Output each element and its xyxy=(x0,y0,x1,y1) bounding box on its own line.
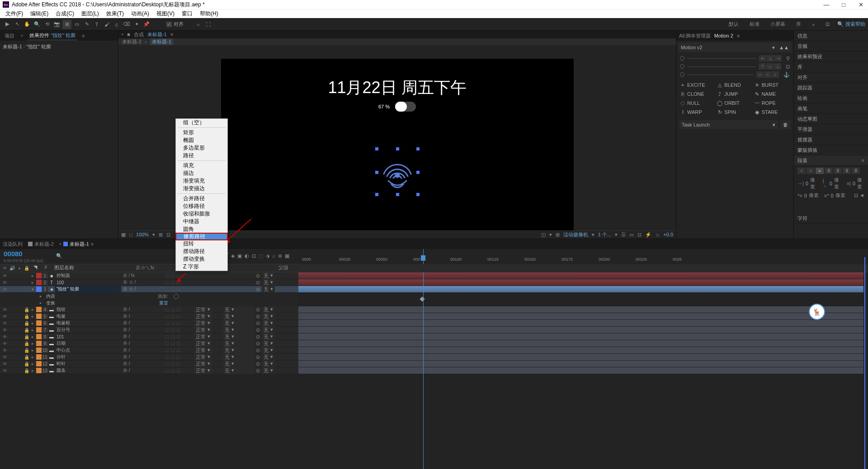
tab-comp2[interactable]: 未标题-2 xyxy=(28,241,54,248)
eraser-tool-icon[interactable]: ⌫ xyxy=(122,20,131,29)
comp-panel-menu-icon[interactable]: ≡ xyxy=(170,32,173,37)
menu-animation[interactable]: 动画(A) xyxy=(128,10,152,18)
align-center-icon[interactable]: ≡ xyxy=(807,168,815,174)
workspace-library[interactable]: 库 xyxy=(793,21,804,28)
justify-right-icon[interactable]: ≣ xyxy=(843,168,851,174)
workspace-small[interactable]: 小屏幕 xyxy=(768,21,788,28)
context-menu-item[interactable]: 修剪路径 xyxy=(175,233,228,240)
timeline-tracks[interactable] xyxy=(298,272,868,469)
panel-smoother[interactable]: 平滑器 xyxy=(794,124,868,135)
search-help[interactable]: 🔍 搜索帮助 xyxy=(837,21,865,28)
timeline-layer-row[interactable]: 👁🔒 ▸ 8 ▬ 101 弁 / □□□ 正常▾ 无▾ ⊙无▾ xyxy=(0,333,298,340)
tab-motion2[interactable]: Motion 2 xyxy=(714,33,733,38)
timeline-layer-row[interactable]: 👁🔒 ▸ 4 ▬ 指纹 弁 / □□□ 正常▾ 无▾ ⊙无▾ xyxy=(0,306,298,313)
timeline-layer-row[interactable]: 👁 ▸ 1 ■ 控制器 弁 / fx □□□ ⊙无▾ xyxy=(0,272,298,279)
motion-warp[interactable]: ⌇WARP xyxy=(679,108,716,117)
tl-icon[interactable]: ◈ xyxy=(231,253,235,259)
tab-effect-controls[interactable]: 效果控件 "指纹" 轮廓 xyxy=(28,31,77,40)
context-menu-item[interactable]: 圆角 xyxy=(176,225,227,233)
panel-library[interactable]: 库 xyxy=(794,62,868,72)
timeline-layer-row[interactable]: 👁 ▾ 3 ★ "指纹" 轮廓 弁 ☆ / □□□ ⊙无▾ xyxy=(0,286,298,293)
vf-mask-icon[interactable]: ▭ xyxy=(629,232,634,238)
tl-icon[interactable]: ⬚ xyxy=(259,253,263,259)
context-menu-item[interactable]: 摆动变换 xyxy=(176,255,227,263)
motion-null[interactable]: ◌NULL xyxy=(679,98,716,108)
tl-icon[interactable]: ⬗ xyxy=(266,253,269,259)
snap-opt-icon[interactable]: ⟐ xyxy=(193,20,203,29)
menu-layer[interactable]: 图层(L) xyxy=(79,10,102,18)
vf-3d-icon[interactable]: ⊞ xyxy=(556,232,560,238)
tl-icon[interactable]: ◐ xyxy=(245,253,249,259)
trash-icon[interactable]: 🗑 xyxy=(780,120,791,129)
anchor-down-icon[interactable]: ⚓ xyxy=(783,72,790,78)
timeline-layer-row[interactable]: 👁🔒 ▸ 11 ▬ 分针 弁 / □□□ 正常▾ 无▾ ⊙无▾ xyxy=(0,354,298,361)
panel-mask-interp[interactable]: 蒙版插值 xyxy=(794,145,868,155)
zoom-value[interactable]: 100% xyxy=(136,232,149,237)
motion-rope[interactable]: 〰ROPE xyxy=(754,98,791,108)
hand-tool-icon[interactable]: ✋ xyxy=(23,20,32,29)
camera-dropdown[interactable]: 活动摄像机 xyxy=(563,231,588,238)
brush-tool-icon[interactable]: 🖌 xyxy=(102,20,111,29)
motion-excite[interactable]: +EXCITE xyxy=(679,80,716,89)
panel-tracker[interactable]: 跟踪器 xyxy=(794,83,868,93)
menu-help[interactable]: 帮助(H) xyxy=(197,10,221,18)
panel-paint[interactable]: 绘画 xyxy=(794,93,868,103)
timeline-layer-row[interactable]: 👁🔒 ▸ 9 ▬ 日期 弁 / □□□ 正常▾ 无▾ ⊙无▾ xyxy=(0,340,298,347)
motion-orbit[interactable]: ◯ORBIT xyxy=(716,98,753,108)
close-button[interactable]: ✕ xyxy=(856,1,865,8)
workspace-default[interactable]: 默认 xyxy=(726,21,741,28)
vf-trans-icon[interactable]: ☰ xyxy=(621,232,626,238)
panel-character[interactable]: 字符 xyxy=(794,213,868,224)
menu-view[interactable]: 视图(V) xyxy=(154,10,177,18)
views-dropdown[interactable]: 1 个... xyxy=(598,231,611,238)
menu-window[interactable]: 窗口 xyxy=(179,10,195,18)
vf-icon[interactable]: ▦ xyxy=(121,232,126,238)
pan-behind-tool-icon[interactable]: ⊞ xyxy=(62,20,71,29)
panel-wiggler[interactable]: 摇摆器 xyxy=(794,135,868,145)
panel-info[interactable]: 信息 xyxy=(794,31,868,41)
motion-jump[interactable]: ⤴JUMP xyxy=(716,89,753,98)
panel-brush[interactable]: 画笔 xyxy=(794,103,868,114)
timeline-layer-row[interactable]: 👁🔒 ▸ 12 ▬ 时针 弁 / □□□ 正常▾ 无▾ ⊙无▾ xyxy=(0,361,298,367)
menu-file[interactable]: 文件(F) xyxy=(3,10,26,18)
text-tool-icon[interactable]: T xyxy=(92,20,101,29)
tl-icon[interactable]: ▦ xyxy=(285,253,289,259)
context-menu-item[interactable]: 合并路径 xyxy=(176,195,227,202)
timeline-layer-row[interactable]: 👁🔒 ▸ 7 ▬ 百分号 弁 / □□□ 正常▾ 无▾ ⊙无▾ xyxy=(0,327,298,333)
tab-render-queue[interactable]: 渲染队列 xyxy=(3,241,23,248)
context-menu-item[interactable]: 渐变描边 xyxy=(176,185,227,192)
context-menu-item[interactable]: 摆动路径 xyxy=(176,248,227,255)
orbit-tool-icon[interactable]: ⟲ xyxy=(42,20,52,29)
motion-version-dropdown[interactable]: Motion v2▾ ▲▲ xyxy=(678,42,792,52)
workspace-reset-icon[interactable]: ⊡ xyxy=(823,20,832,29)
puppet-tool-icon[interactable]: 📌 xyxy=(142,20,151,29)
tl-icon[interactable]: ⌕ xyxy=(272,253,275,259)
context-menu-item[interactable]: 中继器 xyxy=(176,218,227,225)
workspace-standard[interactable]: 标准 xyxy=(747,21,762,28)
motion-stare[interactable]: ◉STARE xyxy=(754,108,791,117)
menu-effect[interactable]: 效果(T) xyxy=(104,10,127,18)
tab-comp1[interactable]: ×未标题-1≡ xyxy=(59,241,94,248)
context-menu-item[interactable]: Z 字形 xyxy=(176,263,227,271)
panel-align[interactable]: 对齐 xyxy=(794,72,868,83)
col-layer-name[interactable]: 图层名称 xyxy=(52,264,134,272)
timecode[interactable]: 00080 xyxy=(0,249,47,258)
context-menu-item[interactable]: 填充 xyxy=(176,162,227,169)
zoom-tool-icon[interactable]: 🔍 xyxy=(33,20,42,29)
snap-opt2-icon[interactable]: ⛶ xyxy=(203,20,212,29)
preview-fingerprint[interactable] xyxy=(377,149,418,194)
timeline-layer-row[interactable]: 👁🔒 ▸ 13 ▬ 圆条 弁 / □□□ 正常▾ 无▾ ⊙无▾ xyxy=(0,367,298,374)
context-menu-item[interactable]: 多边星形 xyxy=(176,144,227,152)
minimize-button[interactable]: — xyxy=(822,1,831,8)
comp-tab-active[interactable]: 未标题-1 xyxy=(147,31,167,38)
panel-paragraph[interactable]: 段落≡ xyxy=(794,155,868,166)
motion-burst[interactable]: ✳BURST xyxy=(754,80,791,89)
timeline-layer-row[interactable]: 👁🔒 ▸ 5 ▬ 电量 弁 / □□□ 正常▾ 无▾ ⊙无▾ xyxy=(0,313,298,320)
camera-tool-icon[interactable]: 📷 xyxy=(52,20,61,29)
timeline-layer-row[interactable]: 👁 ▸ 2 T 100 弁 ☆ / □□□ ⊙无▾ xyxy=(0,279,298,286)
panel-audio[interactable]: 音频 xyxy=(794,41,868,52)
breadcrumb-item[interactable]: 未标题-2 xyxy=(122,38,142,45)
maximize-button[interactable]: □ xyxy=(839,1,848,8)
tab-project-close-icon[interactable]: × xyxy=(21,33,23,38)
comp-close-icon[interactable]: × xyxy=(121,32,123,37)
